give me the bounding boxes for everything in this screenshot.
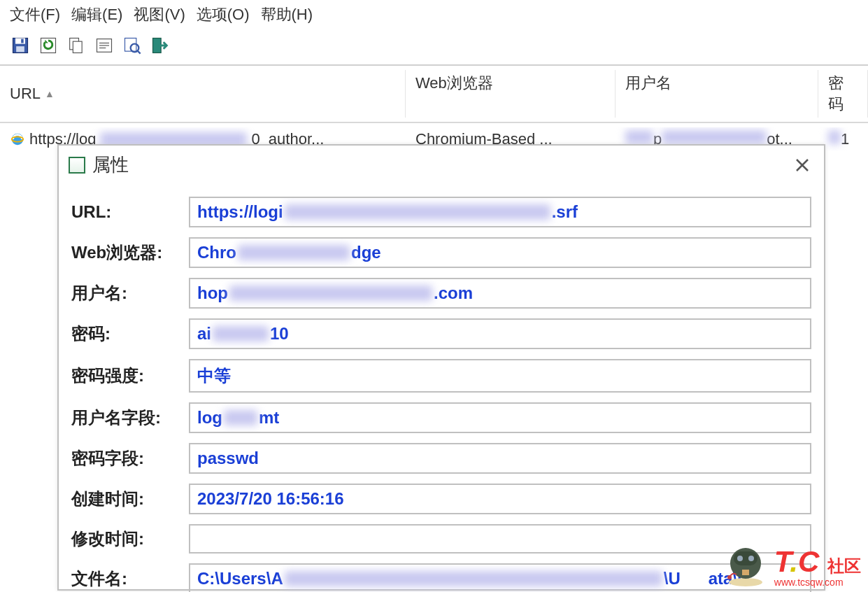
value-filename[interactable]: C:\Users\Axxxxx\U ata\D	[189, 563, 811, 592]
field-row-url: URL: https://logixxxx.srf	[71, 197, 811, 227]
field-row-modified: 修改时间:	[71, 524, 811, 554]
save-icon	[10, 36, 30, 55]
value-browser[interactable]: Chroxxxdge	[189, 237, 811, 268]
properties-button[interactable]	[94, 35, 115, 56]
svg-line-13	[137, 50, 141, 54]
save-button[interactable]	[10, 35, 31, 56]
field-row-userfield: 用户名字段: logxmt	[71, 402, 811, 433]
table-header: URL ▲ Web浏览器 用户名 密码	[0, 66, 868, 123]
menu-edit[interactable]: 编辑(E)	[71, 4, 122, 25]
field-row-browser: Web浏览器: Chroxxxdge	[71, 237, 811, 268]
menu-options[interactable]: 选项(O)	[197, 4, 250, 25]
svg-rect-24	[742, 570, 749, 575]
label-strength: 密码强度:	[71, 365, 189, 387]
column-password[interactable]: 密码	[818, 70, 868, 118]
label-password: 密码:	[71, 323, 189, 345]
watermark-brand: T.C 社区	[774, 547, 861, 577]
svg-point-23	[748, 556, 754, 561]
field-row-user: 用户名: hopxxxx.com	[71, 278, 811, 309]
exit-button[interactable]	[150, 35, 171, 56]
dialog-titlebar: 属性	[59, 146, 824, 184]
value-strength[interactable]: 中等	[189, 359, 811, 393]
copy-button[interactable]	[66, 35, 87, 56]
label-userfield: 用户名字段:	[71, 407, 189, 429]
label-url: URL:	[71, 202, 189, 222]
menubar: 文件(F) 编辑(E) 视图(V) 选项(O) 帮助(H)	[0, 0, 868, 32]
copy-icon	[66, 36, 86, 55]
refresh-button[interactable]	[38, 35, 59, 56]
refresh-icon	[38, 36, 58, 55]
close-button[interactable]	[790, 153, 814, 177]
svg-rect-6	[73, 41, 82, 52]
menu-view[interactable]: 视图(V)	[134, 4, 185, 25]
label-modified: 修改时间:	[71, 528, 189, 550]
watermark-logo-icon	[721, 539, 770, 588]
menu-help[interactable]: 帮助(H)	[261, 4, 313, 25]
value-passfield[interactable]: passwd	[189, 443, 811, 474]
find-icon	[122, 36, 142, 55]
svg-rect-3	[21, 39, 23, 43]
browser-favicon-icon	[10, 132, 25, 147]
watermark-url: www.tcsqw.com	[774, 577, 861, 588]
toolbar	[0, 32, 868, 63]
cell-password: x1	[818, 127, 868, 151]
label-passfield: 密码字段:	[71, 447, 189, 470]
menu-file[interactable]: 文件(F)	[10, 4, 60, 25]
find-button[interactable]	[122, 35, 143, 56]
column-user[interactable]: 用户名	[616, 70, 818, 118]
dialog-title: 属性	[92, 153, 129, 177]
dialog-app-icon	[69, 157, 85, 174]
field-row-passfield: 密码字段: passwd	[71, 443, 811, 474]
field-row-strength: 密码强度: 中等	[71, 359, 811, 393]
properties-icon	[94, 36, 114, 55]
column-url[interactable]: URL ▲	[0, 70, 406, 118]
value-password[interactable]: aixx10	[189, 318, 811, 349]
properties-dialog: 属性 URL: https://logixxxx.srf Web浏览器: Chr…	[57, 144, 825, 591]
exit-icon	[150, 36, 170, 55]
svg-point-25	[727, 575, 732, 579]
column-browser[interactable]: Web浏览器	[406, 70, 616, 118]
value-userfield[interactable]: logxmt	[189, 402, 811, 433]
watermark: T.C 社区 www.tcsqw.com	[721, 539, 861, 588]
svg-rect-1	[15, 38, 25, 44]
svg-rect-2	[16, 46, 24, 52]
svg-point-22	[737, 556, 743, 561]
field-row-password: 密码: aixx10	[71, 318, 811, 349]
value-modified[interactable]	[189, 524, 811, 554]
svg-point-19	[729, 578, 762, 586]
value-url[interactable]: https://logixxxx.srf	[189, 197, 811, 227]
close-icon	[794, 157, 811, 174]
label-user: 用户名:	[71, 282, 189, 304]
label-browser: Web浏览器:	[71, 241, 189, 264]
field-row-filename: 文件名: C:\Users\Axxxxx\U ata\D	[71, 563, 811, 592]
sort-asc-icon: ▲	[45, 88, 55, 99]
value-created[interactable]: 2023/7/20 16:56:16	[189, 484, 811, 514]
dialog-body: URL: https://logixxxx.srf Web浏览器: Chroxx…	[59, 184, 824, 592]
field-row-created: 创建时间: 2023/7/20 16:56:16	[71, 484, 811, 514]
value-user[interactable]: hopxxxx.com	[189, 278, 811, 309]
label-created: 创建时间:	[71, 488, 189, 510]
label-filename: 文件名:	[71, 568, 189, 590]
